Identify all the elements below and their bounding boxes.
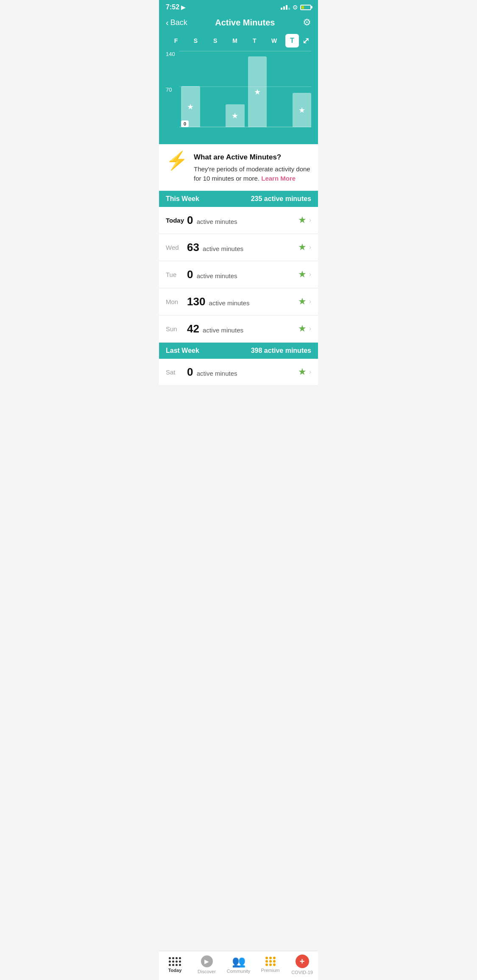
nav-bar: ‹ Back Active Minutes ⚙: [159, 13, 318, 34]
this-week-total: 235 active minutes: [251, 195, 311, 203]
day-label-w: W: [266, 37, 283, 44]
day-name-tue: Tue: [166, 271, 187, 278]
info-section: ⚡ What are Active Minutes? They're perio…: [159, 144, 318, 191]
day-label-s1: S: [187, 37, 204, 44]
day-unit-wed: active minutes: [203, 245, 243, 252]
day-unit-mon: active minutes: [209, 299, 250, 307]
day-right-wed: ★ ›: [298, 242, 311, 253]
day-value-sun: 42: [187, 322, 199, 335]
day-label-t: T: [246, 37, 263, 44]
day-minutes-sun: 42 active minutes: [187, 322, 298, 335]
settings-button[interactable]: ⚙: [303, 17, 311, 28]
expand-icon[interactable]: ⤢: [302, 36, 310, 46]
chevron-mon: ›: [309, 298, 311, 305]
bar-s2: ★: [226, 104, 245, 127]
bar-star-m: ★: [254, 87, 261, 97]
bar-group-f[interactable]: ★: [181, 51, 200, 127]
last-week-label: Last Week: [166, 347, 199, 355]
chart-days: F S S M T W T ⤢: [166, 34, 311, 47]
day-label-s2: S: [207, 37, 224, 44]
day-label-f: F: [167, 37, 184, 44]
day-row-today[interactable]: Today 0 active minutes ★ ›: [159, 207, 318, 234]
day-minutes-mon: 130 active minutes: [187, 295, 298, 308]
trophy-icon: T: [285, 34, 299, 47]
this-week-days: Today 0 active minutes ★ › Wed 63 active…: [159, 207, 318, 343]
day-right-sun: ★ ›: [298, 323, 311, 334]
day-value-sat: 0: [187, 366, 193, 378]
this-week-header: This Week 235 active minutes: [159, 191, 318, 207]
chevron-sun: ›: [309, 325, 311, 332]
chart-icons: T ⤢: [285, 34, 310, 47]
chevron-today: ›: [309, 216, 311, 224]
star-today: ★: [298, 215, 307, 226]
y-label-70: 70: [166, 87, 172, 93]
day-unit-sun: active minutes: [203, 327, 243, 334]
day-name-sat: Sat: [166, 369, 187, 376]
last-week-days: Sat 0 active minutes ★ ›: [159, 359, 318, 386]
day-right-tue: ★ ›: [298, 269, 311, 280]
chevron-sat: ›: [309, 368, 311, 376]
day-unit-tue: active minutes: [197, 272, 237, 279]
day-minutes-wed: 63 active minutes: [187, 241, 298, 254]
chart-wrapper: 140 70 ★ ★: [166, 51, 311, 136]
star-tue: ★: [298, 269, 307, 280]
bar-group-m[interactable]: ★: [248, 51, 267, 127]
y-label-140: 140: [166, 51, 175, 57]
chevron-tue: ›: [309, 271, 311, 278]
day-unit-sat: active minutes: [197, 370, 237, 377]
chevron-wed: ›: [309, 243, 311, 251]
back-label: Back: [170, 18, 187, 27]
day-value-today: 0: [187, 214, 193, 226]
day-name-mon: Mon: [166, 298, 187, 305]
chart-container: F S S M T W T ⤢ 140 70 ★: [159, 34, 318, 144]
bar-group-t[interactable]: [270, 51, 289, 127]
bar-star-f: ★: [187, 102, 194, 112]
bar-w: ★: [293, 93, 312, 127]
day-value-tue: 0: [187, 268, 193, 281]
last-week-total: 398 active minutes: [251, 347, 311, 355]
info-title: What are Active Minutes?: [194, 152, 311, 163]
signal-bars: [281, 5, 290, 10]
bar-star-w: ★: [298, 106, 305, 115]
day-row-wed[interactable]: Wed 63 active minutes ★ ›: [159, 234, 318, 261]
bar-star-s2: ★: [232, 111, 238, 120]
battery-icon: [300, 5, 311, 10]
last-week-header: Last Week 398 active minutes: [159, 343, 318, 359]
status-icons: ⊙: [281, 4, 311, 11]
lightning-icon: ⚡: [166, 152, 188, 170]
zero-badge: 0: [181, 120, 189, 127]
bar-group-s2[interactable]: ★: [226, 51, 245, 127]
day-unit-today: active minutes: [197, 218, 237, 225]
day-value-wed: 63: [187, 241, 199, 254]
day-minutes-today: 0 active minutes: [187, 214, 298, 227]
day-row-tue[interactable]: Tue 0 active minutes ★ ›: [159, 261, 318, 288]
day-row-mon[interactable]: Mon 130 active minutes ★ ›: [159, 288, 318, 315]
star-wed: ★: [298, 242, 307, 253]
day-row-sun[interactable]: Sun 42 active minutes ★ ›: [159, 315, 318, 343]
bar-group-w[interactable]: ★: [293, 51, 312, 127]
day-minutes-sat: 0 active minutes: [187, 366, 298, 379]
location-icon: ▶: [181, 4, 185, 11]
star-sun: ★: [298, 323, 307, 334]
back-button[interactable]: ‹ Back: [166, 18, 187, 28]
back-chevron-icon: ‹: [166, 18, 169, 28]
day-name-wed: Wed: [166, 244, 187, 251]
info-text: What are Active Minutes? They're periods…: [194, 152, 311, 184]
day-name-sun: Sun: [166, 325, 187, 332]
day-name-today: Today: [166, 217, 187, 224]
status-time: 7:52: [166, 3, 179, 11]
day-label-m: M: [226, 37, 243, 44]
day-value-mon: 130: [187, 295, 205, 308]
gridline-140: [179, 51, 311, 51]
this-week-label: This Week: [166, 195, 199, 203]
day-minutes-tue: 0 active minutes: [187, 268, 298, 281]
page-title: Active Minutes: [215, 18, 275, 28]
bar-group-s1[interactable]: [204, 51, 223, 127]
learn-more-link[interactable]: Learn More: [261, 175, 296, 182]
day-right-mon: ★ ›: [298, 296, 311, 307]
star-sat: ★: [298, 366, 307, 377]
star-mon: ★: [298, 296, 307, 307]
day-row-sat[interactable]: Sat 0 active minutes ★ ›: [159, 359, 318, 386]
day-right-sat: ★ ›: [298, 366, 311, 377]
wifi-icon: ⊙: [293, 4, 298, 11]
